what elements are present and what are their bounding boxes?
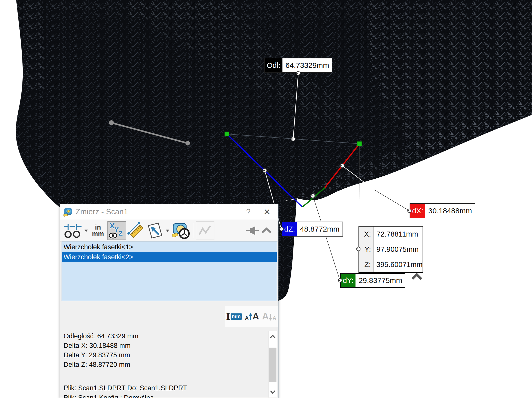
- dialog-title: Zmierz - Scan1: [76, 207, 241, 216]
- point-y-label: Y:: [359, 242, 373, 257]
- point-x-row: X: 72.78811mm: [359, 227, 423, 242]
- distance-callout-value: 64.73329mm: [282, 58, 332, 72]
- small-a: A: [245, 315, 249, 321]
- increase-text-size-button[interactable]: A A: [245, 312, 259, 321]
- scroll-up-icon: [270, 335, 276, 339]
- point-y-row: Y: 97.90075mm: [359, 242, 423, 257]
- chart-icon: [198, 224, 212, 237]
- close-button[interactable]: ✕: [256, 207, 278, 217]
- delta-z-callout[interactable]: dZ: 48.8772mm: [282, 222, 343, 237]
- dialog-collapse-button[interactable]: [261, 227, 272, 235]
- measure-units-button[interactable]: [127, 222, 145, 239]
- delta-z-callout-anchor: [279, 227, 284, 231]
- small-a-gray: A: [272, 315, 276, 321]
- show-units-button[interactable]: I mm: [226, 312, 242, 321]
- facet-vertex-1-marker[interactable]: [225, 132, 229, 136]
- text-display-buttons: I mm A A A A: [225, 306, 278, 327]
- results-scrollbar[interactable]: [268, 331, 277, 398]
- scroll-up-button[interactable]: [269, 331, 277, 342]
- delta-y-callout-anchor: [338, 278, 342, 282]
- point-x-label: X:: [359, 227, 373, 242]
- measure-toolbar: in mm X Y Z: [60, 220, 278, 242]
- point-z-row: Z: 395.60071mm: [359, 257, 423, 272]
- list-item-selected[interactable]: Wierzchołek fasetki<2>: [62, 252, 277, 262]
- measurement-history-button[interactable]: [171, 222, 191, 240]
- big-a-gray: A: [262, 312, 268, 321]
- point-callout-anchor: [356, 247, 360, 251]
- delta-z-callout-value: 48.8772mm: [297, 222, 342, 236]
- delta-y-callout[interactable]: dY: 29.83775mm: [340, 273, 405, 288]
- ruler-icon: [127, 222, 145, 239]
- result-delta-y: Delta Y: 29.83775 mm: [64, 350, 138, 360]
- delta-y-callout-value: 29.83775mm: [355, 274, 405, 287]
- dialog-titlebar[interactable]: Zmierz - Scan1 ? ✕: [60, 204, 278, 220]
- point-x-value: 72.78811mm: [373, 230, 418, 238]
- solidworks-viewport: Odl: 64.73329mm dZ: 48.8772mm dX: 30.184…: [0, 0, 532, 398]
- units-mm-label: mm: [92, 231, 104, 237]
- pin-icon: [245, 226, 260, 236]
- show-xyz-button[interactable]: X Y Z: [107, 221, 126, 240]
- chart-button-disabled[interactable]: [196, 221, 214, 240]
- arc-measure-icon: [63, 222, 83, 239]
- scrollbar-thumb[interactable]: [269, 348, 276, 382]
- callout-collapse-chevron-icon[interactable]: [411, 272, 423, 281]
- delta-y-callout-label: dY:: [341, 274, 355, 287]
- distance-callout-label: Odl:: [265, 58, 282, 72]
- units-in-label: in: [95, 224, 101, 231]
- projection-plane-button[interactable]: [146, 222, 164, 239]
- delta-z-callout-label: dZ:: [282, 222, 297, 236]
- delta-x-callout-value: 30.18488mm: [425, 204, 475, 218]
- distance-callout[interactable]: Odl: 64.73329mm: [264, 58, 332, 73]
- measure-dialog[interactable]: Zmierz - Scan1 ? ✕ in mm: [60, 204, 278, 398]
- selection-list[interactable]: Wierzchołek fasetki<1> Wierzchołek faset…: [62, 242, 277, 301]
- distance-callout-anchor: [296, 71, 300, 75]
- mm-badge: mm: [231, 313, 242, 320]
- measurement-results: Odległość: 64.73329 mm Delta X: 30.18488…: [64, 331, 138, 369]
- point-y-value: 97.90075mm: [373, 245, 419, 254]
- point-z-value: 395.60071mm: [373, 261, 423, 269]
- units-inmm-button[interactable]: in mm: [92, 224, 104, 237]
- measurement-history-icon: [171, 222, 191, 240]
- arc-measure-dropdown[interactable]: [85, 230, 88, 232]
- arc-measure-button[interactable]: [63, 222, 83, 239]
- delta-x-callout[interactable]: dX: 30.18488mm: [410, 203, 475, 218]
- help-button[interactable]: ?: [241, 207, 256, 216]
- scroll-down-button[interactable]: [269, 387, 277, 398]
- toolbar-separator: [194, 223, 194, 238]
- list-item[interactable]: Wierzchołek fasetki<1>: [62, 242, 277, 252]
- eye-icon: [109, 233, 117, 239]
- delta-x-callout-label: dX:: [410, 204, 425, 218]
- result-delta-x: Delta X: 30.18488 mm: [64, 341, 138, 350]
- projection-plane-dropdown[interactable]: [166, 230, 169, 232]
- delta-x-callout-anchor: [407, 209, 412, 213]
- arrow-down-icon: [268, 313, 272, 321]
- xyz-z-letter: Z: [119, 230, 123, 237]
- file-line-2: Plik: Scan1 Konfig.: Domyślna: [64, 393, 187, 398]
- big-a: A: [253, 312, 259, 321]
- scroll-down-icon: [270, 390, 276, 394]
- result-delta-z: Delta Z: 48.87720 mm: [64, 360, 138, 369]
- file-info: Plik: Scan1.SLDPRT Do: Scan1.SLDPRT Plik…: [64, 383, 187, 398]
- pin-button[interactable]: [245, 226, 260, 236]
- file-line-1: Plik: Scan1.SLDPRT Do: Scan1.SLDPRT: [64, 383, 187, 393]
- result-distance: Odległość: 64.73329 mm: [64, 331, 138, 341]
- arrow-up-icon: [249, 313, 253, 321]
- projection-plane-icon: [146, 222, 164, 239]
- collapse-chevron-icon: [261, 227, 272, 235]
- text-cursor-icon: I: [226, 312, 230, 321]
- decrease-text-size-button-disabled[interactable]: A A: [262, 312, 276, 321]
- point-z-label: Z:: [359, 257, 373, 272]
- point-coordinates-callout[interactable]: X: 72.78811mm Y: 97.90075mm Z: 395.60071…: [358, 226, 423, 273]
- measure-tape-icon: [63, 207, 74, 217]
- facet-vertex-2-marker[interactable]: [357, 141, 362, 146]
